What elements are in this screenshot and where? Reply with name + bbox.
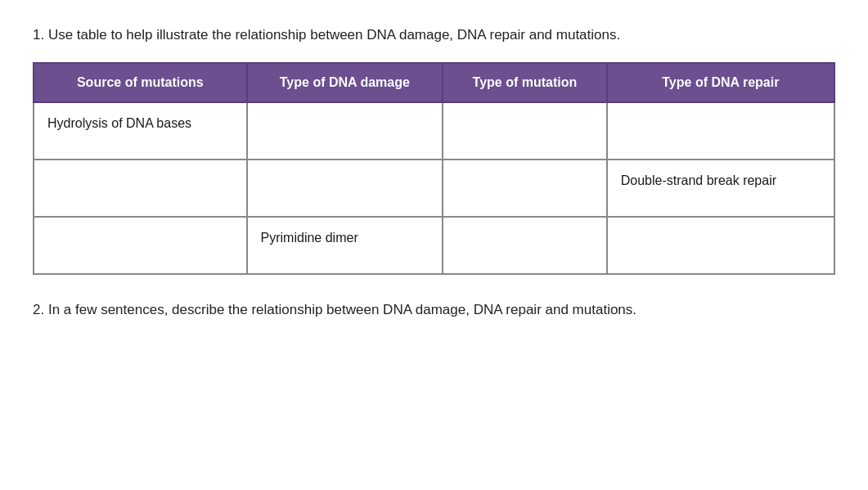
- question-2-text: 2. In a few sentences, describe the rela…: [33, 299, 835, 321]
- question-2-number: 2.: [33, 302, 48, 317]
- header-col-1: Source of mutations: [34, 63, 247, 102]
- header-col-4: Type of DNA repair: [607, 63, 834, 102]
- row2-col4: Double-strand break repair: [607, 160, 834, 217]
- row1-col2: [247, 102, 443, 160]
- row3-col3: [443, 217, 607, 274]
- table-header: Source of mutations Type of DNA damage T…: [34, 63, 834, 102]
- question-2: 2. In a few sentences, describe the rela…: [33, 299, 835, 321]
- row3-col2: Pyrimidine dimer: [247, 217, 443, 274]
- table-row: Pyrimidine dimer: [34, 217, 834, 274]
- row1-col4: [607, 102, 834, 160]
- question-1-text: 1. Use table to help illustrate the rela…: [33, 25, 835, 46]
- row1-col3: [443, 102, 607, 160]
- row2-col2: [247, 160, 443, 217]
- dna-table: Source of mutations Type of DNA damage T…: [33, 62, 835, 275]
- header-col-3: Type of mutation: [443, 63, 607, 102]
- header-row: Source of mutations Type of DNA damage T…: [34, 63, 834, 102]
- question-2-body: In a few sentences, describe the relatio…: [48, 302, 636, 317]
- row1-col1: Hydrolysis of DNA bases: [34, 102, 247, 160]
- row2-col3: [443, 160, 607, 217]
- header-col-2: Type of DNA damage: [247, 63, 443, 102]
- table-row: Double-strand break repair: [34, 160, 834, 217]
- row3-col1: [34, 217, 247, 274]
- question-1: 1. Use table to help illustrate the rela…: [33, 25, 835, 275]
- table-body: Hydrolysis of DNA bases Double-strand br…: [34, 102, 834, 274]
- row2-col1: [34, 160, 247, 217]
- question-1-body: Use table to help illustrate the relatio…: [48, 27, 620, 43]
- row3-col4: [607, 217, 834, 274]
- table-row: Hydrolysis of DNA bases: [34, 102, 834, 160]
- question-1-number: 1.: [33, 27, 48, 43]
